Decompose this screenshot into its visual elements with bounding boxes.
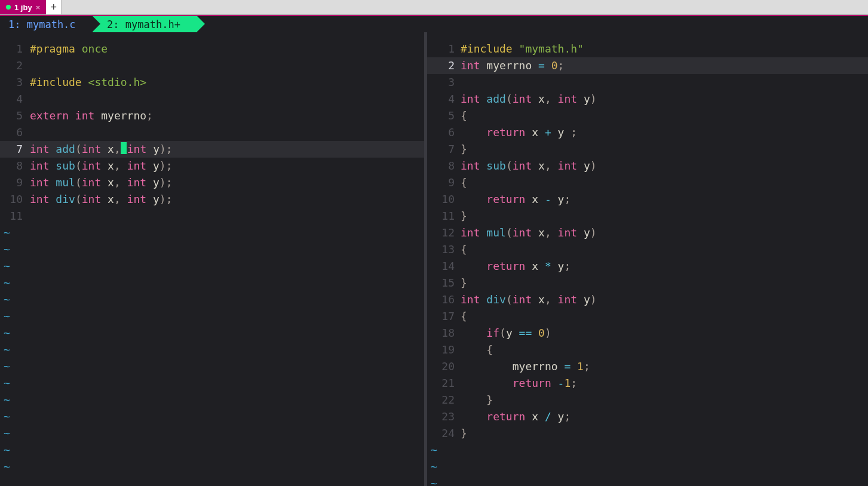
buffer-tab-2[interactable]: 2: mymath.h+ xyxy=(93,16,197,32)
empty-line-tilde: ~ xyxy=(1,408,10,425)
code-column[interactable]: #pragma once#include <stdio.h>extern int… xyxy=(30,41,424,224)
code-line[interactable]: } xyxy=(461,141,868,158)
code-line[interactable] xyxy=(30,91,424,107)
close-icon[interactable]: × xyxy=(36,3,41,12)
empty-line-tilde: ~ xyxy=(1,358,10,375)
code-line[interactable]: int add(int x, int y) xyxy=(461,91,868,107)
code-column[interactable]: #include "mymath.h"int myerrno = 0;int a… xyxy=(461,41,868,442)
token-id: y xyxy=(153,159,160,172)
pane-left[interactable]: 1234567891011 #pragma once#include <stdi… xyxy=(0,32,424,486)
token-punc: ( xyxy=(75,176,82,189)
code-line[interactable]: int sub(int x, int y) xyxy=(461,158,868,174)
token-id: y xyxy=(584,93,590,105)
code-line[interactable]: int mul(int x, int y); xyxy=(30,174,424,191)
code-line[interactable]: { xyxy=(461,308,868,325)
token-kw: int xyxy=(30,143,56,155)
token-kw: extern xyxy=(30,109,75,122)
code-line[interactable]: int div(int x, int y) xyxy=(461,291,868,308)
code-line[interactable]: #pragma once xyxy=(30,41,424,57)
code-line[interactable]: return x * y; xyxy=(461,258,868,275)
code-line[interactable]: } xyxy=(461,425,868,442)
token-kw: int xyxy=(82,193,108,205)
empty-line-tilde: ~ xyxy=(428,475,437,486)
code-line[interactable]: int mul(int x, int y) xyxy=(461,224,868,241)
token-op: * xyxy=(545,260,558,272)
code-line[interactable]: return x / y; xyxy=(461,408,868,425)
token-punc: , xyxy=(545,293,558,306)
token-id: x xyxy=(538,226,545,239)
token-op: - xyxy=(545,193,558,205)
token-kw: return xyxy=(486,126,532,139)
line-number: 1 xyxy=(427,41,458,57)
empty-line-tilde: ~ xyxy=(1,392,10,408)
code-line[interactable] xyxy=(30,57,424,74)
pane-right[interactable]: 123456789101112131415161718192021222324 … xyxy=(427,32,868,486)
token-sp xyxy=(461,377,513,389)
token-op: / xyxy=(545,410,558,423)
code-line[interactable]: { xyxy=(461,174,868,191)
line-number: 14 xyxy=(427,258,458,275)
code-line[interactable]: { xyxy=(461,107,868,124)
empty-line-tilde: ~ xyxy=(1,342,10,358)
tilde-column: ~~~ xyxy=(428,442,437,486)
token-punc: , xyxy=(545,93,558,105)
token-id: y xyxy=(584,159,590,172)
token-punc: } xyxy=(461,143,467,155)
token-kw: int xyxy=(127,193,153,205)
token-op: - xyxy=(558,377,565,389)
token-kw: int xyxy=(558,93,584,105)
code-line[interactable]: return x + y ; xyxy=(461,124,868,141)
code-line[interactable]: { xyxy=(461,241,868,258)
code-line[interactable]: int sub(int x, int y); xyxy=(30,158,424,174)
token-op: = xyxy=(564,360,577,373)
line-number: 12 xyxy=(427,224,458,241)
token-kw: if xyxy=(486,327,499,339)
token-fn: sub xyxy=(486,159,506,172)
empty-line-tilde: ~ xyxy=(1,275,10,291)
token-punc: ; xyxy=(166,143,173,155)
empty-line-tilde: ~ xyxy=(428,459,437,475)
token-punc: , xyxy=(114,193,127,205)
code-line[interactable]: { xyxy=(461,342,868,358)
code-line[interactable]: } xyxy=(461,275,868,291)
token-sp xyxy=(461,343,486,356)
token-sp xyxy=(461,260,486,272)
token-op: == xyxy=(519,327,539,339)
code-line[interactable]: int myerrno = 0; xyxy=(461,57,868,74)
token-punc: ( xyxy=(506,159,513,172)
buffer-tab-1[interactable]: 1: mymath.c xyxy=(0,16,93,32)
code-line[interactable]: return x - y; xyxy=(461,191,868,208)
line-number: 21 xyxy=(427,375,458,392)
token-kw: int xyxy=(513,93,538,105)
code-line[interactable] xyxy=(30,124,424,141)
token-punc: ; xyxy=(564,410,571,423)
code-line[interactable]: #include <stdio.h> xyxy=(30,74,424,91)
token-id: x xyxy=(532,410,545,423)
code-line[interactable]: int add(int x,int y); xyxy=(30,141,424,158)
code-line[interactable]: } xyxy=(461,392,868,408)
code-line[interactable]: #include "mymath.h" xyxy=(461,41,868,57)
token-punc: ) xyxy=(590,226,597,239)
token-fn: div xyxy=(56,193,75,205)
code-line[interactable]: int div(int x, int y); xyxy=(30,191,424,208)
token-punc: } xyxy=(461,427,467,439)
line-number: 20 xyxy=(427,358,458,375)
tilde-column: ~~~~~~~~~~~~~~~ xyxy=(1,224,10,475)
token-punc: ) xyxy=(545,327,551,339)
code-line[interactable]: } xyxy=(461,208,868,224)
token-id: y xyxy=(153,193,160,205)
empty-line-tilde: ~ xyxy=(1,375,10,392)
code-line[interactable]: if(y == 0) xyxy=(461,325,868,342)
app-tab-active[interactable]: 1 jby × xyxy=(0,0,46,14)
token-kw: int xyxy=(461,159,486,172)
token-punc: } xyxy=(486,393,493,406)
token-punc: ( xyxy=(75,159,82,172)
code-line[interactable]: extern int myerrno; xyxy=(30,107,424,124)
new-tab-button[interactable]: + xyxy=(46,0,62,14)
code-line[interactable] xyxy=(461,74,868,91)
code-line[interactable]: return -1; xyxy=(461,375,868,392)
token-punc: { xyxy=(461,243,467,256)
code-line[interactable]: myerrno = 1; xyxy=(461,358,868,375)
token-punc: ) xyxy=(160,143,166,155)
code-line[interactable] xyxy=(30,208,424,224)
